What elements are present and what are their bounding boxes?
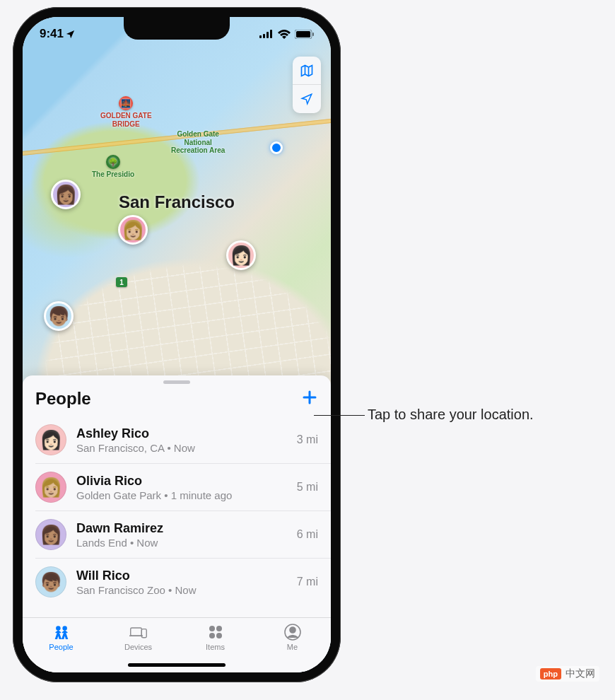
svg-point-16 (290, 627, 295, 633)
people-icon (52, 623, 71, 641)
watermark-logo: php (540, 668, 561, 679)
person-distance: 7 mi (297, 576, 318, 588)
map-avatar-olivia[interactable]: 👩🏼 (118, 215, 148, 245)
svg-rect-0 (259, 35, 262, 38)
person-info: Dawn Ramirez Lands End • Now (76, 521, 287, 549)
svg-rect-6 (312, 33, 314, 36)
person-name: Dawn Ramirez (76, 521, 287, 536)
callout-text: Tap to share your location. (368, 407, 534, 423)
svg-point-12 (216, 626, 222, 631)
tab-label: Devices (124, 643, 152, 651)
wifi-icon (278, 30, 291, 39)
svg-rect-5 (296, 31, 310, 37)
memoji-icon: 👩🏼 (40, 478, 62, 496)
svg-rect-10 (141, 629, 146, 637)
person-location: San Francisco, CA • Now (76, 442, 287, 454)
map-style-button[interactable] (293, 57, 321, 85)
avatar: 👦🏽 (35, 566, 66, 597)
memoji-icon: 👦🏽 (47, 307, 70, 325)
svg-point-13 (209, 633, 215, 638)
map-avatar-dawn[interactable]: 👩🏽 (51, 180, 81, 209)
people-list[interactable]: 👩🏻 Ashley Rico San Francisco, CA • Now 3… (23, 416, 331, 617)
map-avatar-will[interactable]: 👦🏽 (44, 301, 74, 331)
tab-items[interactable]: Items (177, 618, 254, 655)
map-route-badge: 1 (116, 277, 127, 287)
status-time: 9:41 (40, 27, 64, 41)
avatar: 👩🏻 (35, 424, 66, 455)
map-poi-presidio[interactable]: 🌳 The Presidio (92, 155, 134, 179)
tab-devices[interactable]: Devices (100, 618, 177, 655)
location-arrow-icon (300, 93, 313, 105)
person-distance: 6 mi (297, 528, 318, 541)
location-services-icon (65, 29, 76, 40)
memoji-icon: 👩🏻 (230, 246, 252, 264)
map-avatar-ashley[interactable]: 👩🏻 (226, 240, 256, 270)
watermark: php 中文网 (536, 666, 599, 682)
memoji-icon: 👩🏽 (40, 525, 62, 544)
person-row[interactable]: 👦🏽 Will Rico San Francisco Zoo • Now 7 m… (35, 558, 331, 605)
map-locate-button[interactable] (293, 85, 321, 113)
tab-people[interactable]: People (23, 618, 100, 655)
callout-line (314, 415, 365, 416)
status-left: 9:41 (40, 27, 76, 41)
svg-rect-9 (130, 627, 141, 635)
tab-label: Items (206, 643, 225, 651)
tab-me[interactable]: Me (254, 618, 331, 655)
person-distance: 5 mi (297, 481, 318, 494)
person-row[interactable]: 👩🏽 Dawn Ramirez Lands End • Now 6 mi (35, 511, 331, 558)
home-indicator[interactable] (128, 663, 226, 667)
svg-rect-2 (266, 32, 269, 38)
phone-screen: 9:41 San Francisco 🌉 GOLDEN GATE BRIDGE … (23, 17, 331, 672)
items-icon (206, 623, 225, 641)
avatar: 👩🏽 (35, 519, 66, 550)
cellular-icon (259, 30, 274, 38)
svg-rect-3 (270, 30, 272, 38)
person-name: Olivia Rico (76, 474, 287, 489)
map-city-label: San Francisco (119, 192, 235, 212)
person-info: Olivia Rico Golden Gate Park • 1 minute … (76, 474, 287, 501)
person-location: San Francisco Zoo • Now (76, 584, 287, 596)
person-info: Ashley Rico San Francisco, CA • Now (76, 426, 287, 454)
person-name: Will Rico (76, 568, 287, 583)
map-self-location[interactable] (270, 141, 283, 154)
phone-frame: 9:41 San Francisco 🌉 GOLDEN GATE BRIDGE … (13, 7, 341, 682)
plus-icon (301, 389, 318, 406)
svg-point-14 (216, 633, 222, 638)
bridge-icon: 🌉 (119, 96, 133, 110)
share-location-button[interactable] (301, 388, 318, 409)
person-info: Will Rico San Francisco Zoo • Now (76, 568, 287, 596)
memoji-icon: 👩🏼 (122, 221, 144, 239)
panel-title: People (35, 389, 91, 409)
me-icon (283, 623, 302, 641)
person-row[interactable]: 👩🏻 Ashley Rico San Francisco, CA • Now 3… (35, 416, 331, 463)
avatar: 👩🏼 (35, 472, 66, 503)
person-location: Lands End • Now (76, 537, 287, 549)
memoji-icon: 👩🏻 (40, 431, 62, 449)
tree-icon: 🌳 (106, 155, 120, 169)
tab-label: People (49, 643, 73, 651)
person-distance: 3 mi (297, 433, 318, 446)
person-location: Golden Gate Park • 1 minute ago (76, 489, 287, 501)
people-panel[interactable]: People 👩🏻 Ashley Rico San Francisco, CA … (23, 375, 331, 672)
map-poi-ggnra[interactable]: Golden Gate National Recreation Area (171, 130, 225, 155)
person-row[interactable]: 👩🏼 Olivia Rico Golden Gate Park • 1 minu… (35, 463, 331, 511)
devices-icon (129, 623, 148, 641)
map-poi-golden-gate-bridge[interactable]: 🌉 GOLDEN GATE BRIDGE (100, 96, 152, 128)
svg-rect-1 (263, 34, 265, 38)
panel-header: People (23, 387, 331, 416)
panel-grabber[interactable] (163, 380, 190, 384)
watermark-text: 中文网 (566, 667, 595, 680)
status-right (259, 30, 314, 39)
map-style-icon (300, 64, 314, 78)
svg-point-11 (209, 626, 215, 631)
map-controls (293, 57, 321, 113)
tab-label: Me (287, 643, 298, 651)
memoji-icon: 👦🏽 (40, 573, 62, 591)
person-name: Ashley Rico (76, 426, 287, 441)
memoji-icon: 👩🏽 (54, 185, 77, 204)
battery-icon (295, 30, 314, 39)
notch (124, 17, 230, 40)
